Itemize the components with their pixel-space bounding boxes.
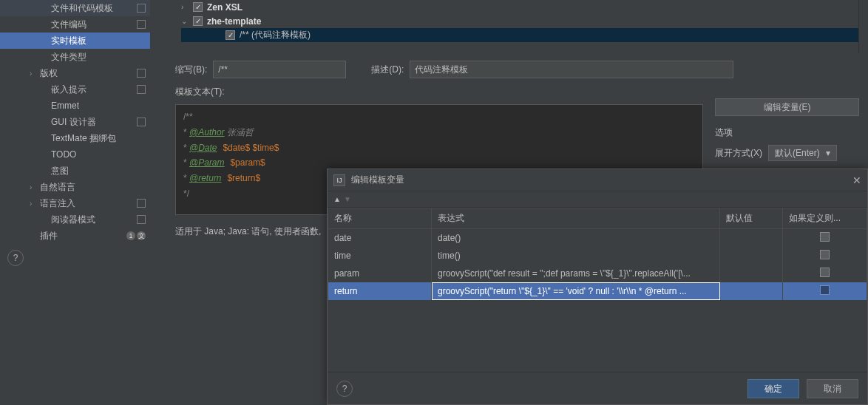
sidebar-item-label: 意图	[48, 165, 150, 177]
project-badge-icon	[137, 85, 146, 94]
badge-icon: 文	[137, 231, 146, 240]
skip-if-defined[interactable]	[783, 265, 867, 282]
sidebar-item-label: 文件和代码模板	[48, 2, 137, 15]
var-expr[interactable]: groovyScript("def result = '';def params…	[432, 265, 720, 282]
project-badge-icon	[137, 20, 146, 29]
var-name[interactable]: param	[328, 265, 432, 282]
var-name[interactable]: date	[328, 229, 432, 248]
checkbox[interactable]: ✓	[193, 16, 203, 26]
sidebar-item[interactable]: GUI 设计器	[0, 114, 150, 130]
sidebar-item-label: 自然语言	[37, 181, 150, 194]
sidebar-item-label: 阅读器模式	[48, 214, 137, 226]
applicable-text: 适用于 Java; Java: 语句, 使用者函数,	[175, 225, 321, 238]
table-row[interactable]: paramgroovyScript("def result = '';def p…	[328, 265, 867, 282]
chevron-icon: ›	[30, 200, 37, 208]
tree-label: zhe-template	[207, 16, 261, 27]
checkbox[interactable]: ✓	[193, 2, 203, 12]
sidebar-item-label: 嵌入提示	[48, 84, 137, 96]
var-expr[interactable]: groovyScript("return \"${_1}\" == 'void'…	[432, 282, 720, 300]
app-icon: IJ	[333, 174, 345, 186]
sidebar-item-label: 文件类型	[48, 51, 150, 64]
sidebar-item[interactable]: 实时模板	[0, 33, 150, 49]
table-row[interactable]: timetime()	[328, 247, 867, 265]
var-default[interactable]	[720, 265, 783, 282]
sidebar-item[interactable]: ›语言注入	[0, 195, 150, 211]
var-expr[interactable]: date()	[432, 229, 720, 248]
sidebar-item-label: TODO	[48, 149, 150, 160]
table-row[interactable]: datedate()	[328, 229, 867, 248]
sidebar-item[interactable]: Emmet	[0, 98, 150, 114]
tree-row[interactable]: ⌄✓zhe-template	[181, 14, 858, 28]
sidebar-item[interactable]: TextMate 捆绑包	[0, 130, 150, 146]
desc-label: 描述(D):	[371, 64, 404, 76]
expand-label: 展开方式(X)	[715, 147, 762, 160]
var-default[interactable]	[720, 247, 783, 265]
sidebar-item[interactable]: TODO	[0, 146, 150, 163]
chevron-icon: ›	[181, 3, 189, 11]
sidebar-item[interactable]: 插件1文	[0, 228, 150, 244]
variables-table[interactable]: 名称 表达式 默认值 如果定义则... datedate()timetime()…	[328, 208, 867, 300]
sidebar-item[interactable]: ›版权	[0, 65, 150, 81]
options-label: 选项	[715, 126, 859, 139]
chevron-icon: ⌄	[181, 17, 189, 25]
move-up-icon[interactable]: ▲	[333, 195, 341, 203]
abbreviation-input[interactable]	[213, 61, 346, 78]
sidebar-item-label: 版权	[37, 67, 137, 80]
cancel-button[interactable]: 取消	[807, 379, 858, 398]
dialog-help-icon[interactable]: ?	[336, 381, 353, 397]
chevron-down-icon: ▾	[826, 148, 830, 158]
sidebar-item[interactable]: 阅读器模式	[0, 211, 150, 228]
skip-if-defined[interactable]	[783, 229, 867, 248]
sidebar-item[interactable]: 意图	[0, 163, 150, 179]
sidebar-item[interactable]: 文件类型	[0, 49, 150, 65]
tree-label: Zen XSL	[207, 2, 243, 13]
chevron-icon: ›	[30, 69, 37, 78]
skip-if-defined[interactable]	[783, 247, 867, 265]
sidebar-item[interactable]: 文件编码	[0, 16, 150, 33]
expand-with-dropdown[interactable]: 默认(Enter)▾	[768, 145, 837, 161]
var-default[interactable]	[720, 282, 783, 300]
edit-variables-button[interactable]: 编辑变量(E)	[715, 98, 859, 116]
project-badge-icon	[137, 118, 146, 126]
move-down-icon: ▼	[344, 195, 351, 203]
sidebar-item-label: 插件	[37, 230, 126, 242]
project-badge-icon	[137, 215, 146, 224]
sidebar-item-label: 语言注入	[37, 197, 137, 210]
checkbox[interactable]: ✓	[226, 30, 235, 40]
sidebar-item[interactable]: 嵌入提示	[0, 81, 150, 98]
help-icon[interactable]: ?	[7, 250, 24, 266]
tree-row[interactable]: ›✓Zen XSL	[181, 0, 858, 14]
template-text-label: 模板文本(T):	[175, 86, 225, 98]
var-name[interactable]: return	[328, 282, 432, 300]
project-badge-icon	[137, 199, 146, 208]
sidebar-item-label: Emmet	[48, 101, 150, 111]
ok-button[interactable]: 确定	[747, 379, 799, 398]
template-tree: ›✓Zen XSL⌄✓zhe-template✓/** (代码注释模板)	[181, 0, 859, 53]
chevron-icon: ›	[30, 183, 37, 191]
var-name[interactable]: time	[328, 247, 432, 265]
sidebar-item[interactable]: ›自然语言	[0, 179, 150, 195]
edit-template-variables-dialog: IJ 编辑模板变量 ✕ ▲ ▼ 名称 表达式 默认值 如果定义则... date…	[327, 169, 868, 405]
badge-icon: 1	[126, 231, 135, 240]
dialog-title: 编辑模板变量	[351, 174, 404, 186]
sidebar-item[interactable]: 文件和代码模板	[0, 0, 150, 16]
abbr-label: 缩写(B):	[175, 64, 207, 76]
close-icon[interactable]: ✕	[852, 174, 861, 186]
tree-row[interactable]: ✓/** (代码注释模板)	[181, 28, 858, 42]
var-default[interactable]	[720, 229, 783, 248]
tree-label: /** (代码注释模板)	[240, 29, 311, 41]
sidebar-item-label: 文件编码	[48, 18, 137, 31]
skip-if-defined[interactable]	[783, 282, 867, 300]
sidebar: 文件和代码模板文件编码实时模板文件类型›版权嵌入提示EmmetGUI 设计器Te…	[0, 0, 150, 307]
project-badge-icon	[137, 69, 146, 78]
sidebar-item-label: 实时模板	[48, 35, 150, 47]
sidebar-item-label: GUI 设计器	[48, 116, 137, 129]
description-input[interactable]	[410, 61, 733, 78]
sidebar-item-label: TextMate 捆绑包	[48, 132, 150, 145]
table-row[interactable]: returngroovyScript("return \"${_1}\" == …	[328, 282, 867, 300]
var-expr[interactable]: time()	[432, 247, 720, 265]
project-badge-icon	[137, 4, 146, 13]
